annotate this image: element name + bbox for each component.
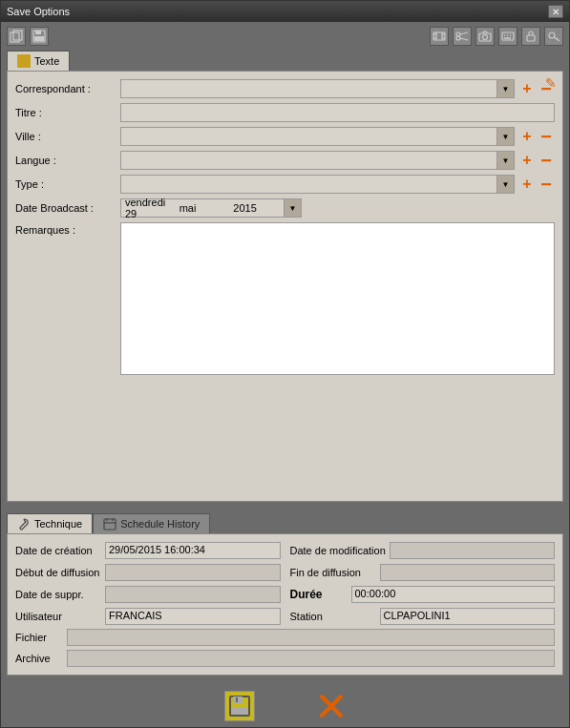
svg-rect-34 [236,697,238,702]
date-broadcast-label: Date Broadcast : [15,202,120,214]
date-suppr-row: Date de suppr. [15,586,281,603]
svg-rect-33 [232,707,247,715]
tab-technique-label: Technique [34,518,82,530]
action-bar [1,681,569,727]
edit-icon[interactable]: ✎ [545,75,557,91]
tab-technique[interactable]: Technique [7,513,93,533]
langue-minus[interactable]: − [538,152,555,169]
duree-label: Durée [290,588,348,601]
svg-point-24 [549,32,555,38]
correspondant-dropdown[interactable]: ▼ [120,79,515,98]
svg-point-13 [456,36,460,40]
type-input[interactable] [121,176,496,193]
utilisateur-row: Utilisateur FRANCAIS [15,608,281,625]
date-creation-label: Date de création [15,545,101,556]
correspondant-dropdown-btn[interactable]: ▼ [496,80,514,97]
date-day: vendredi 29 [121,197,176,219]
camera-icon[interactable] [475,27,495,46]
langue-plus[interactable]: + [518,152,536,169]
fin-diffusion-row: Fin de diffusion [290,564,556,581]
station-label: Station [290,611,376,622]
type-minus[interactable]: − [538,176,555,193]
correspondant-row: Correspondant : ▼ + − [15,79,555,98]
ville-plus[interactable]: + [518,128,536,145]
utilisateur-label: Utilisateur [15,611,101,622]
svg-rect-27 [104,519,116,530]
scissors-icon[interactable] [453,27,472,46]
fichier-value [67,629,555,646]
key-icon[interactable] [544,27,563,46]
ville-minus[interactable]: − [538,128,555,145]
svg-line-26 [557,38,558,39]
date-dropdown-btn[interactable]: ▼ [284,199,301,217]
tab-texte[interactable]: Texte [7,51,70,71]
date-creation-value: 29/05/2015 16:00:34 [105,542,281,559]
svg-rect-18 [502,32,514,40]
calendar-icon [103,517,116,530]
ville-dropdown[interactable]: ▼ [120,127,515,146]
langue-dropdown-btn[interactable]: ▼ [496,152,514,169]
debut-diffusion-value [105,564,281,581]
svg-line-14 [460,32,468,34]
copy-icon[interactable] [7,27,26,46]
date-year: 2015 [229,202,284,214]
correspondant-label: Correspondant : [15,83,120,94]
ville-row: Ville : ▼ + − [15,127,555,146]
type-dropdown[interactable]: ▼ [120,175,515,194]
titre-row: Titre : [15,103,555,122]
fichier-label: Fichier [15,632,63,643]
date-suppr-value [105,586,281,603]
main-content: Texte ✎ Correspondant : ▼ + − Titre : [1,51,569,508]
svg-rect-4 [34,36,44,41]
utilisateur-value: FRANCAIS [105,608,281,625]
svg-line-15 [460,38,468,40]
film-icon[interactable] [430,27,449,46]
tab-schedule-history[interactable]: Schedule History [93,513,210,533]
archive-row: Archive [15,650,555,667]
station-row: Station CLPAPOLINI1 [290,608,556,625]
type-plus[interactable]: + [518,176,536,193]
lock-icon[interactable] [521,27,540,46]
remarques-textarea[interactable] [120,222,555,375]
svg-rect-3 [35,31,41,34]
duree-value: 00:00:00 [351,586,556,603]
keyboard-icon[interactable] [498,27,517,46]
save-icon [224,691,255,721]
info-panel: Date de création 29/05/2015 16:00:34 Dat… [7,533,563,676]
ville-dropdown-btn[interactable]: ▼ [496,128,514,145]
fichier-row: Fichier [15,629,555,646]
correspondant-input[interactable] [121,80,496,97]
title-bar: Save Options ✕ [1,1,569,22]
svg-rect-5 [433,32,445,40]
titre-input[interactable] [120,103,555,122]
form-panel: ✎ Correspondant : ▼ + − Titre : Ville : [7,71,563,502]
debut-diffusion-row: Début de diffusion [15,564,281,581]
save-options-window: Save Options ✕ [0,0,570,728]
langue-input[interactable] [121,152,496,169]
date-modification-label: Date de modification [290,545,386,556]
texte-tab-icon [17,54,31,68]
date-broadcast-row: Date Broadcast : vendredi 29 mai 2015 ▼ [15,198,555,218]
ville-label: Ville : [15,131,120,142]
date-broadcast-field[interactable]: vendredi 29 mai 2015 ▼ [120,198,302,218]
wrench-icon [17,517,31,530]
date-month: mai [176,202,230,214]
window-title: Save Options [7,6,70,17]
correspondant-plus[interactable]: + [518,80,536,97]
cancel-button[interactable] [314,689,348,723]
cancel-icon [316,691,347,721]
archive-label: Archive [15,653,63,664]
langue-dropdown[interactable]: ▼ [120,151,515,170]
save-small-icon[interactable] [30,27,49,46]
date-creation-row: Date de création 29/05/2015 16:00:34 [15,542,281,559]
save-button[interactable] [222,689,257,723]
titre-label: Titre : [15,107,120,118]
toolbar-right [430,27,563,46]
type-dropdown-btn[interactable]: ▼ [496,176,514,193]
type-row: Type : ▼ + − [15,175,555,194]
fin-diffusion-label: Fin de diffusion [290,567,376,578]
remarques-label: Remarques : [15,222,120,236]
close-button[interactable]: ✕ [548,5,563,18]
ville-input[interactable] [121,128,496,145]
langue-label: Langue : [15,155,120,166]
